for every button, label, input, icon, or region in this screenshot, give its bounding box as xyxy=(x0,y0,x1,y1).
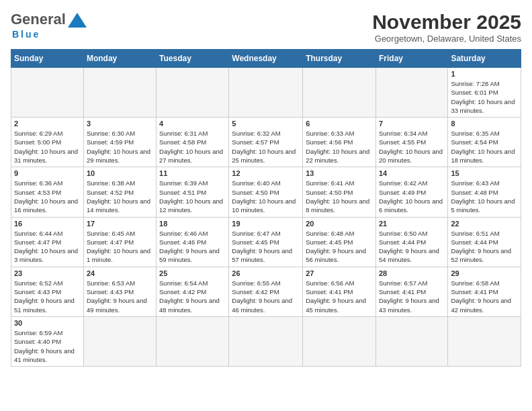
calendar-week-4: 23Sunrise: 6:52 AM Sunset: 4:43 PM Dayli… xyxy=(11,267,521,316)
logo-blue-text: Blue xyxy=(12,29,40,40)
day-info: Sunrise: 6:36 AM Sunset: 4:53 PM Dayligh… xyxy=(14,179,81,214)
day-number: 12 xyxy=(232,169,300,177)
day-number: 10 xyxy=(87,169,153,177)
day-info: Sunrise: 6:45 AM Sunset: 4:47 PM Dayligh… xyxy=(87,229,153,265)
calendar-cell: 23Sunrise: 6:52 AM Sunset: 4:43 PM Dayli… xyxy=(11,267,84,316)
day-info: Sunrise: 6:56 AM Sunset: 4:41 PM Dayligh… xyxy=(306,279,373,314)
day-number: 30 xyxy=(14,319,81,327)
day-info: Sunrise: 6:31 AM Sunset: 4:58 PM Dayligh… xyxy=(159,129,226,165)
calendar-cell xyxy=(448,316,521,366)
day-number: 14 xyxy=(379,169,445,177)
day-info: Sunrise: 6:42 AM Sunset: 4:49 PM Dayligh… xyxy=(379,179,445,214)
day-info: Sunrise: 6:46 AM Sunset: 4:46 PM Dayligh… xyxy=(159,229,226,265)
day-info: Sunrise: 6:52 AM Sunset: 4:43 PM Dayligh… xyxy=(14,279,81,314)
day-header-friday: Friday xyxy=(375,50,447,68)
day-info: Sunrise: 6:55 AM Sunset: 4:42 PM Dayligh… xyxy=(232,279,300,314)
day-number: 16 xyxy=(14,220,81,228)
day-info: Sunrise: 6:44 AM Sunset: 4:47 PM Dayligh… xyxy=(14,229,81,265)
logo-triangle-icon xyxy=(68,13,87,28)
calendar-cell: 2Sunrise: 6:29 AM Sunset: 5:00 PM Daylig… xyxy=(11,118,84,167)
day-info: Sunrise: 6:59 AM Sunset: 4:40 PM Dayligh… xyxy=(14,328,81,364)
day-info: Sunrise: 6:39 AM Sunset: 4:51 PM Dayligh… xyxy=(159,179,226,214)
calendar-cell: 14Sunrise: 6:42 AM Sunset: 4:49 PM Dayli… xyxy=(375,167,447,217)
day-number: 22 xyxy=(451,220,518,228)
day-number: 9 xyxy=(14,169,81,177)
calendar-cell: 5Sunrise: 6:32 AM Sunset: 4:57 PM Daylig… xyxy=(229,118,303,167)
svg-marker-0 xyxy=(68,13,87,28)
calendar-cell: 12Sunrise: 6:40 AM Sunset: 4:50 PM Dayli… xyxy=(229,167,303,217)
day-info: Sunrise: 6:41 AM Sunset: 4:50 PM Dayligh… xyxy=(306,179,373,214)
page-title: November 2025 xyxy=(372,11,521,34)
day-number: 28 xyxy=(379,269,445,277)
calendar-table: SundayMondayTuesdayWednesdayThursdayFrid… xyxy=(11,49,521,367)
calendar-cell: 15Sunrise: 6:43 AM Sunset: 4:48 PM Dayli… xyxy=(448,167,521,217)
day-info: Sunrise: 6:50 AM Sunset: 4:44 PM Dayligh… xyxy=(379,229,445,265)
day-number: 21 xyxy=(379,220,445,228)
day-number: 17 xyxy=(87,220,153,228)
day-number: 20 xyxy=(306,220,373,228)
calendar-cell: 6Sunrise: 6:33 AM Sunset: 4:56 PM Daylig… xyxy=(303,118,376,167)
day-info: Sunrise: 6:32 AM Sunset: 4:57 PM Dayligh… xyxy=(232,129,300,165)
calendar-cell: 9Sunrise: 6:36 AM Sunset: 4:53 PM Daylig… xyxy=(11,167,84,217)
day-header-wednesday: Wednesday xyxy=(229,50,303,68)
calendar-cell xyxy=(157,316,229,366)
day-info: Sunrise: 6:57 AM Sunset: 4:41 PM Dayligh… xyxy=(379,279,445,314)
calendar-cell xyxy=(83,316,156,366)
day-number: 11 xyxy=(159,169,226,177)
calendar-header: SundayMondayTuesdayWednesdayThursdayFrid… xyxy=(11,50,521,68)
day-header-sunday: Sunday xyxy=(11,50,84,68)
day-number: 8 xyxy=(451,120,518,128)
calendar-cell xyxy=(375,316,447,366)
calendar-cell xyxy=(229,68,303,118)
day-info: Sunrise: 6:54 AM Sunset: 4:42 PM Dayligh… xyxy=(159,279,226,314)
calendar-cell: 7Sunrise: 6:34 AM Sunset: 4:55 PM Daylig… xyxy=(375,118,447,167)
calendar-cell: 25Sunrise: 6:54 AM Sunset: 4:42 PM Dayli… xyxy=(157,267,229,316)
day-info: Sunrise: 6:33 AM Sunset: 4:56 PM Dayligh… xyxy=(306,129,373,165)
calendar-cell: 18Sunrise: 6:46 AM Sunset: 4:46 PM Dayli… xyxy=(157,217,229,267)
calendar-week-5: 30Sunrise: 6:59 AM Sunset: 4:40 PM Dayli… xyxy=(11,316,521,366)
day-number: 1 xyxy=(451,70,518,78)
logo: General Blue xyxy=(11,11,87,40)
calendar-cell: 8Sunrise: 6:35 AM Sunset: 4:54 PM Daylig… xyxy=(448,118,521,167)
header: General Blue November 2025 Georgetown, D… xyxy=(11,11,521,44)
calendar-cell xyxy=(375,68,447,118)
day-info: Sunrise: 6:51 AM Sunset: 4:44 PM Dayligh… xyxy=(451,229,518,265)
calendar-cell: 21Sunrise: 6:50 AM Sunset: 4:44 PM Dayli… xyxy=(375,217,447,267)
day-info: Sunrise: 6:53 AM Sunset: 4:43 PM Dayligh… xyxy=(87,279,153,314)
title-area: November 2025 Georgetown, Delaware, Unit… xyxy=(372,11,521,44)
logo-general-text: General xyxy=(11,11,66,28)
day-number: 2 xyxy=(14,120,81,128)
day-info: Sunrise: 6:29 AM Sunset: 5:00 PM Dayligh… xyxy=(14,129,81,165)
calendar-cell: 4Sunrise: 6:31 AM Sunset: 4:58 PM Daylig… xyxy=(157,118,229,167)
calendar-cell: 28Sunrise: 6:57 AM Sunset: 4:41 PM Dayli… xyxy=(375,267,447,316)
calendar-cell xyxy=(83,68,156,118)
day-number: 18 xyxy=(159,220,226,228)
calendar-cell: 29Sunrise: 6:58 AM Sunset: 4:41 PM Dayli… xyxy=(448,267,521,316)
calendar-cell xyxy=(157,68,229,118)
day-number: 26 xyxy=(232,269,300,277)
day-info: Sunrise: 6:47 AM Sunset: 4:45 PM Dayligh… xyxy=(232,229,300,265)
day-number: 6 xyxy=(306,120,373,128)
calendar-cell: 11Sunrise: 6:39 AM Sunset: 4:51 PM Dayli… xyxy=(157,167,229,217)
day-number: 27 xyxy=(306,269,373,277)
calendar-week-2: 9Sunrise: 6:36 AM Sunset: 4:53 PM Daylig… xyxy=(11,167,521,217)
day-info: Sunrise: 6:58 AM Sunset: 4:41 PM Dayligh… xyxy=(451,279,518,314)
day-info: Sunrise: 6:40 AM Sunset: 4:50 PM Dayligh… xyxy=(232,179,300,214)
day-info: Sunrise: 6:34 AM Sunset: 4:55 PM Dayligh… xyxy=(379,129,445,165)
calendar-cell: 22Sunrise: 6:51 AM Sunset: 4:44 PM Dayli… xyxy=(448,217,521,267)
day-number: 29 xyxy=(451,269,518,277)
calendar-cell: 20Sunrise: 6:48 AM Sunset: 4:45 PM Dayli… xyxy=(303,217,376,267)
calendar-cell xyxy=(303,68,376,118)
day-number: 24 xyxy=(87,269,153,277)
day-info: Sunrise: 6:30 AM Sunset: 4:59 PM Dayligh… xyxy=(87,129,153,165)
day-header-saturday: Saturday xyxy=(448,50,521,68)
calendar-week-1: 2Sunrise: 6:29 AM Sunset: 5:00 PM Daylig… xyxy=(11,118,521,167)
calendar-cell: 10Sunrise: 6:38 AM Sunset: 4:52 PM Dayli… xyxy=(83,167,156,217)
day-number: 19 xyxy=(232,220,300,228)
day-number: 25 xyxy=(159,269,226,277)
day-number: 15 xyxy=(451,169,518,177)
day-info: Sunrise: 6:48 AM Sunset: 4:45 PM Dayligh… xyxy=(306,229,373,265)
calendar-cell: 24Sunrise: 6:53 AM Sunset: 4:43 PM Dayli… xyxy=(83,267,156,316)
day-number: 13 xyxy=(306,169,373,177)
day-number: 5 xyxy=(232,120,300,128)
